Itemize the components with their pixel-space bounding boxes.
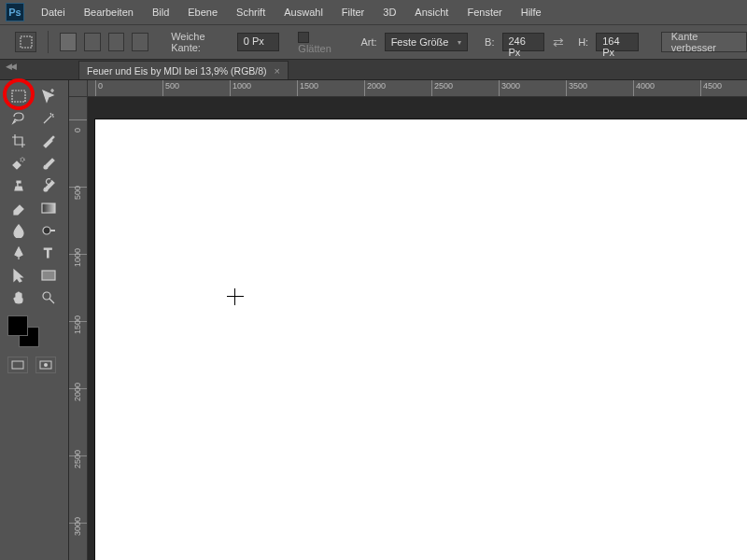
selection-mode-subtract[interactable] <box>108 33 125 51</box>
gradient-tool[interactable] <box>35 198 62 218</box>
close-tab-icon[interactable]: × <box>275 65 280 77</box>
move-tool[interactable] <box>35 86 62 106</box>
document-tab-bar: Feuer und Eis by MDI bei 13,9% (RGB/8) × <box>0 60 747 80</box>
document-area: 050010001500200025003000350040004500 050… <box>69 80 747 560</box>
width-input[interactable]: 246 Px <box>502 33 545 51</box>
marquee-tool[interactable] <box>6 86 32 106</box>
height-input[interactable]: 164 Px <box>596 33 639 51</box>
canvas-viewport[interactable] <box>88 97 747 560</box>
canvas[interactable] <box>95 119 747 560</box>
eyedropper-tool[interactable] <box>35 131 62 151</box>
menu-ebene[interactable]: Ebene <box>178 0 227 24</box>
svg-rect-0 <box>21 36 32 48</box>
menu-ansicht[interactable]: Ansicht <box>405 0 458 24</box>
eraser-tool[interactable] <box>6 198 32 218</box>
dodge-tool[interactable] <box>35 220 62 241</box>
swap-dimensions-icon[interactable]: ⇄ <box>552 35 565 49</box>
current-tool-indicator[interactable] <box>15 32 36 52</box>
history-brush-tool[interactable] <box>35 175 62 196</box>
lasso-tool[interactable] <box>6 108 32 129</box>
antialias-checkbox <box>298 32 309 43</box>
horizontal-ruler[interactable]: 050010001500200025003000350040004500 <box>88 80 747 97</box>
style-select[interactable]: Feste Größe▾ <box>385 33 468 51</box>
clone-stamp-tool[interactable] <box>6 175 32 196</box>
document-tab-title: Feuer und Eis by MDI bei 13,9% (RGB/8) <box>87 65 267 77</box>
menu-filter[interactable]: Filter <box>332 0 374 24</box>
width-label: B: <box>485 36 494 48</box>
svg-rect-3 <box>42 203 55 213</box>
feather-label: Weiche Kante: <box>171 31 230 53</box>
separator <box>48 31 49 53</box>
svg-point-4 <box>43 227 50 234</box>
quickmask-mode-button[interactable] <box>35 357 56 373</box>
refine-edge-button[interactable]: Kante verbesser <box>661 32 747 52</box>
svg-rect-1 <box>12 91 25 102</box>
ruler-origin[interactable] <box>69 80 88 97</box>
height-label: H: <box>578 36 588 48</box>
selection-mode-add[interactable] <box>84 33 101 51</box>
menu-bild[interactable]: Bild <box>143 0 178 24</box>
svg-rect-8 <box>12 361 23 369</box>
spot-healing-tool[interactable] <box>6 153 32 174</box>
menu-auswahl[interactable]: Auswahl <box>275 0 332 24</box>
menu-bar: Ps Datei Bearbeiten Bild Ebene Schrift A… <box>0 0 747 24</box>
style-label: Art: <box>361 36 377 48</box>
menu-datei[interactable]: Datei <box>32 0 75 24</box>
type-tool[interactable]: T <box>35 243 62 263</box>
zoom-tool[interactable] <box>35 287 62 308</box>
blur-tool[interactable] <box>6 220 32 241</box>
crop-tool[interactable] <box>6 131 32 151</box>
menu-schrift[interactable]: Schrift <box>227 0 275 24</box>
path-selection-tool[interactable] <box>6 265 32 286</box>
document-tab[interactable]: Feuer und Eis by MDI bei 13,9% (RGB/8) × <box>78 61 289 79</box>
svg-point-2 <box>21 158 24 161</box>
menu-fenster[interactable]: Fenster <box>458 0 511 24</box>
panel-collapse-handle[interactable]: ◀◀ <box>6 62 15 71</box>
style-value: Feste Größe <box>391 36 449 48</box>
brush-tool[interactable] <box>35 153 62 174</box>
feather-input[interactable]: 0 Px <box>237 33 280 51</box>
svg-text:T: T <box>44 245 52 260</box>
main-area: T 050010001500200025003000350040004500 0… <box>0 80 747 560</box>
cursor-crosshair-icon <box>227 288 244 305</box>
vertical-ruler[interactable]: 050010001500200025003000 <box>69 97 88 560</box>
app-logo: Ps <box>6 3 24 21</box>
foreground-color-swatch[interactable] <box>7 315 28 336</box>
hand-tool[interactable] <box>6 287 32 308</box>
options-bar: Weiche Kante: 0 Px Glätten Art: Feste Gr… <box>0 24 747 60</box>
menu-3d[interactable]: 3D <box>374 0 405 24</box>
svg-point-7 <box>43 292 50 300</box>
antialias-label: Glätten <box>298 43 331 54</box>
color-swatches <box>0 312 68 351</box>
svg-rect-6 <box>42 271 55 280</box>
menu-bearbeiten[interactable]: Bearbeiten <box>75 0 143 24</box>
selection-mode-new[interactable] <box>60 33 77 51</box>
marquee-icon <box>20 35 33 49</box>
standard-mode-button[interactable] <box>7 357 28 373</box>
chevron-down-icon: ▾ <box>458 38 461 47</box>
toolbox: T <box>0 80 69 560</box>
selection-mode-intersect[interactable] <box>132 33 148 51</box>
svg-point-10 <box>44 363 48 367</box>
magic-wand-tool[interactable] <box>35 108 62 129</box>
rectangle-shape-tool[interactable] <box>35 265 62 286</box>
menu-hilfe[interactable]: Hilfe <box>512 0 551 24</box>
pen-tool[interactable] <box>6 243 32 263</box>
